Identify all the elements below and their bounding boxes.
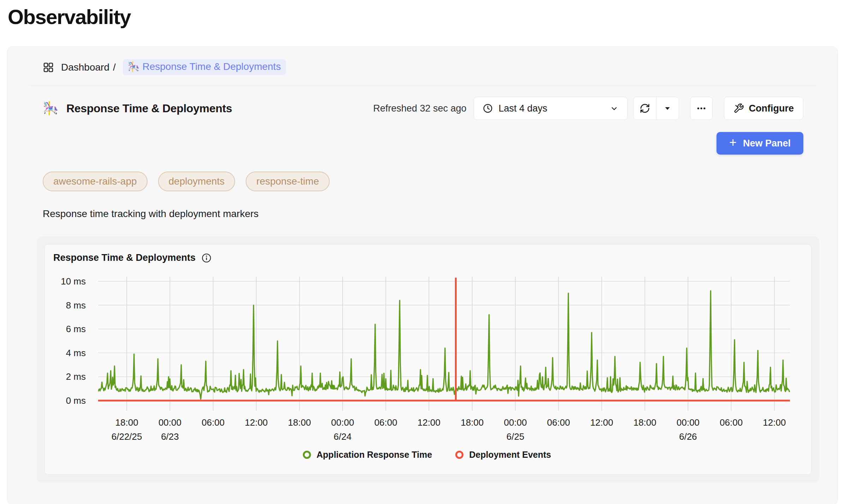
plus-icon: + — [729, 135, 737, 150]
legend-item-deployment-events[interactable]: Deployment Events — [455, 450, 551, 460]
response-time-chart-plot[interactable] — [98, 277, 790, 411]
caret-down-icon — [663, 104, 672, 113]
x-axis-time-label: 00:00 — [677, 417, 700, 428]
ellipsis-icon — [696, 103, 707, 114]
x-axis-tick: 06:00 — [374, 417, 397, 428]
dashboard-description: Response time tracking with deployment m… — [43, 208, 802, 220]
x-axis-tick: 18:006/22/25 — [112, 417, 142, 442]
breadcrumb-current-label: Response Time & Deployments — [142, 61, 281, 72]
dashboard-title: Response Time & Deployments — [66, 102, 232, 115]
dashboard-card: Dashboard / 🎠 Response Time & Deployment… — [7, 46, 838, 504]
legend-marker-icon — [455, 451, 463, 459]
x-axis-tick: 12:00 — [763, 417, 786, 428]
info-button[interactable] — [201, 253, 212, 263]
refresh-split-button — [633, 97, 679, 120]
refresh-icon — [640, 103, 650, 114]
y-axis-label: 10 ms — [53, 276, 86, 287]
chart-panel-header: Response Time & Deployments — [53, 252, 801, 263]
x-axis-date-label: 6/23 — [158, 431, 181, 442]
toolbar: Refreshed 32 sec ago Last 4 days — [373, 97, 803, 120]
y-axis-label: 8 ms — [53, 300, 86, 311]
x-axis-tick: 12:00 — [245, 417, 268, 428]
breadcrumb-separator: / — [113, 62, 116, 73]
x-axis-time-label: 06:00 — [547, 417, 570, 428]
breadcrumb: Dashboard / 🎠 Response Time & Deployment… — [43, 59, 803, 75]
x-axis-time-label: 18:00 — [112, 417, 142, 428]
x-axis-tick: 00:006/24 — [331, 417, 354, 442]
refresh-options-button[interactable] — [656, 97, 679, 120]
chevron-down-icon — [610, 104, 619, 113]
x-axis-tick: 06:00 — [720, 417, 743, 428]
page-title: Observability — [8, 5, 845, 29]
x-axis-time-label: 12:00 — [418, 417, 441, 428]
panel-grid: Response Time & Deployments 10 ms8 ms6 m… — [37, 236, 819, 482]
configure-button[interactable]: Configure — [724, 97, 804, 120]
breadcrumb-dashboard-label: Dashboard — [61, 62, 109, 73]
x-axis-tick: 00:006/25 — [504, 417, 527, 442]
x-axis-time-label: 12:00 — [245, 417, 268, 428]
response-time-chart — [98, 277, 790, 411]
legend-item-application-response-time[interactable]: Application Response Time — [303, 450, 432, 460]
chart-panel: Response Time & Deployments 10 ms8 ms6 m… — [44, 244, 811, 475]
x-axis-tick: 12:00 — [590, 417, 613, 428]
x-axis-tick: 18:00 — [461, 417, 484, 428]
x-axis-time-label: 12:00 — [763, 417, 786, 428]
tag-deployments[interactable]: deployments — [158, 172, 235, 191]
series-application-response-time — [98, 291, 790, 399]
x-axis-time-label: 00:00 — [158, 417, 181, 428]
x-axis-time-label: 06:00 — [720, 417, 743, 428]
legend-label: Application Response Time — [317, 450, 432, 460]
x-axis-date-label: 6/26 — [677, 431, 700, 442]
info-icon — [201, 253, 212, 263]
more-options-button[interactable] — [690, 97, 713, 120]
tools-icon — [733, 103, 744, 114]
y-axis-label: 0 ms — [53, 395, 86, 406]
x-axis-tick: 18:00 — [633, 417, 656, 428]
x-axis-date-label: 6/24 — [331, 431, 354, 442]
new-panel-button[interactable]: + New Panel — [717, 132, 803, 155]
breadcrumb-current[interactable]: 🎠 Response Time & Deployments — [123, 59, 286, 75]
x-axis-time-label: 00:00 — [504, 417, 527, 428]
time-range-value: Last 4 days — [499, 103, 604, 114]
y-axis: 10 ms8 ms6 ms4 ms2 ms0 ms — [53, 277, 86, 411]
dashboard-header: 🎠 Response Time & Deployments Refreshed … — [43, 97, 803, 120]
dashboard-grid-icon[interactable] — [43, 62, 54, 73]
x-axis-tick: 12:00 — [418, 417, 441, 428]
tag-awesome-rails-app[interactable]: awesome-rails-app — [43, 172, 148, 191]
legend-marker-icon — [303, 451, 311, 459]
x-axis-date-label: 6/25 — [504, 431, 527, 442]
header-divider — [29, 85, 816, 85]
x-axis-time-label: 00:00 — [331, 417, 354, 428]
y-axis-label: 6 ms — [53, 324, 86, 334]
y-axis-label: 4 ms — [53, 348, 86, 358]
x-axis-time-label: 06:00 — [374, 417, 397, 428]
x-axis-tick: 00:006/23 — [158, 417, 181, 442]
clock-icon — [483, 103, 493, 114]
dashboard-title-group: 🎠 Response Time & Deployments — [43, 101, 232, 116]
new-panel-row: + New Panel — [42, 132, 803, 155]
legend-label: Deployment Events — [469, 450, 551, 460]
x-axis-tick: 18:00 — [288, 417, 311, 428]
carousel-horse-emoji: 🎠 — [43, 101, 59, 116]
new-panel-label: New Panel — [743, 138, 791, 149]
time-range-select[interactable]: Last 4 days — [474, 97, 628, 120]
x-axis-time-label: 18:00 — [633, 417, 656, 428]
x-axis-time-label: 06:00 — [202, 417, 224, 428]
x-axis-tick: 06:00 — [547, 417, 570, 428]
chart-area: 10 ms8 ms6 ms4 ms2 ms0 ms 18:006/22/2500… — [53, 277, 801, 465]
tag-list: awesome-rails-appdeploymentsresponse-tim… — [43, 172, 802, 191]
x-axis-tick: 06:00 — [202, 417, 224, 428]
carousel-horse-emoji: 🎠 — [128, 61, 140, 72]
breadcrumb-dashboard[interactable]: Dashboard / — [61, 62, 116, 73]
x-axis-time-label: 18:00 — [461, 417, 484, 428]
chart-legend: Application Response TimeDeployment Even… — [53, 450, 801, 460]
refresh-button[interactable] — [634, 97, 656, 120]
x-axis: 18:006/22/2500:006/2306:0012:0018:0000:0… — [98, 417, 790, 448]
tag-response-time[interactable]: response-time — [246, 172, 329, 191]
chart-title: Response Time & Deployments — [53, 252, 196, 263]
x-axis-time-label: 12:00 — [590, 417, 613, 428]
y-axis-label: 2 ms — [53, 371, 86, 382]
x-axis-time-label: 18:00 — [288, 417, 311, 428]
refreshed-status: Refreshed 32 sec ago — [373, 103, 466, 114]
configure-label: Configure — [749, 103, 794, 114]
